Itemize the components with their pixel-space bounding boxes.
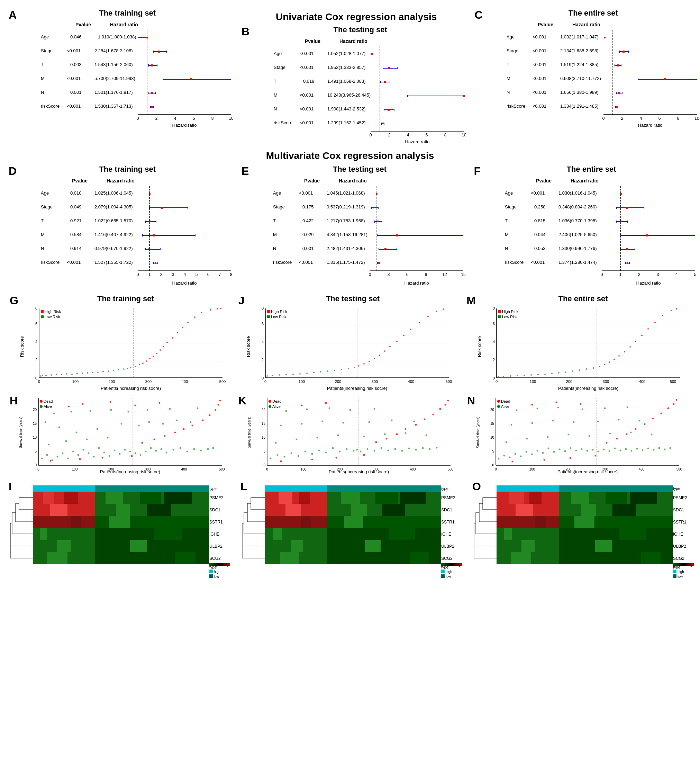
panel-h-survival-plot: Survival time (years) 0 5 10 15 20 Patie…: [18, 395, 232, 477]
svg-point-525: [148, 421, 150, 423]
svg-point-497: [114, 450, 115, 451]
svg-rect-798: [265, 516, 327, 528]
svg-text:20: 20: [33, 408, 37, 412]
svg-rect-845: [441, 574, 445, 578]
svg-text:SCG2: SCG2: [441, 556, 453, 561]
svg-point-357: [210, 309, 211, 311]
svg-point-707: [537, 408, 538, 410]
panel-l: L: [239, 479, 471, 585]
svg-rect-749: [50, 504, 67, 516]
panel-k-label: K: [238, 395, 247, 407]
svg-point-615: [368, 421, 370, 423]
svg-point-557: [40, 400, 43, 403]
svg-point-500: [129, 451, 131, 453]
svg-point-711: [627, 406, 628, 408]
svg-point-457: [641, 335, 643, 336]
svg-rect-880: [641, 552, 661, 564]
panel-m: M The entire set Risk score 0 2 4 6 8: [464, 293, 693, 393]
svg-rect-229: [396, 234, 398, 236]
svg-point-553: [82, 403, 84, 405]
svg-point-528: [190, 421, 192, 423]
svg-rect-801: [327, 528, 441, 540]
svg-text:1.022(0.665-1.570): 1.022(0.665-1.570): [95, 218, 133, 223]
svg-text:0: 0: [602, 116, 605, 121]
svg-rect-747: [43, 491, 53, 504]
svg-text:1.384(1.291-1.485): 1.384(1.291-1.485): [560, 104, 598, 109]
svg-point-669: [553, 451, 555, 453]
svg-text:1.530(1.367-1.713): 1.530(1.367-1.713): [95, 104, 133, 109]
svg-point-389: [306, 373, 308, 374]
svg-point-605: [317, 437, 318, 439]
svg-rect-223: [377, 221, 378, 222]
panel-c-forest-plot: Pvalue Hazard ratio Age <0.001 1.032(1.0…: [482, 19, 700, 130]
svg-rect-163: [161, 207, 163, 209]
svg-point-499: [124, 449, 126, 451]
svg-text:10: 10: [33, 436, 37, 440]
svg-point-438: [523, 374, 525, 376]
svg-text:4.342(1.158-16.281): 4.342(1.158-16.281): [327, 232, 367, 237]
svg-rect-852: [559, 485, 673, 491]
svg-text:0: 0: [137, 272, 139, 277]
svg-rect-362: [41, 315, 43, 318]
svg-text:N: N: [505, 246, 508, 251]
svg-point-410: [443, 309, 444, 310]
svg-text:0: 0: [262, 376, 264, 380]
svg-rect-114: [622, 50, 625, 53]
svg-text:5: 5: [690, 564, 692, 567]
svg-text:0: 0: [369, 272, 371, 277]
svg-text:0.019: 0.019: [303, 79, 315, 84]
svg-text:0.815: 0.815: [534, 218, 546, 223]
svg-point-346: [153, 356, 154, 357]
svg-point-634: [440, 408, 441, 410]
svg-text:15: 15: [262, 422, 266, 426]
svg-rect-756: [164, 491, 192, 504]
svg-text:0.001: 0.001: [302, 246, 314, 251]
svg-text:4: 4: [35, 339, 37, 344]
svg-point-509: [180, 447, 181, 449]
svg-point-409: [436, 311, 437, 312]
svg-text:5.700(2.709-11.993): 5.700(2.709-11.993): [95, 76, 135, 81]
svg-rect-877: [574, 516, 595, 528]
svg-point-691: [505, 441, 507, 443]
panel-c-label: C: [474, 8, 482, 22]
svg-text:-5: -5: [440, 564, 443, 567]
svg-rect-465: [498, 315, 501, 318]
panel-o: O: [471, 479, 700, 585]
svg-text:10: 10: [695, 116, 700, 121]
svg-text:8: 8: [677, 116, 680, 121]
svg-text:0.921: 0.921: [70, 218, 82, 223]
svg-text:12: 12: [443, 272, 447, 277]
svg-text:Dead: Dead: [501, 399, 510, 403]
svg-point-639: [268, 400, 271, 403]
svg-point-583: [312, 453, 313, 455]
panel-e: E The testing set Pvalue Hazard ratio Ag…: [240, 163, 472, 291]
panel-b-forest-plot: Pvalue Hazard ratio Age <0.001 1.052(1.0…: [250, 36, 471, 147]
svg-rect-786: [209, 574, 213, 578]
svg-text:riskScore: riskScore: [507, 104, 525, 109]
svg-text:1.952(1.333-2.857): 1.952(1.333-2.857): [327, 65, 366, 70]
svg-text:high: high: [678, 570, 684, 574]
svg-text:ULBP2: ULBP2: [209, 544, 222, 549]
svg-point-632: [424, 419, 426, 420]
svg-text:Low Risk: Low Risk: [45, 315, 60, 319]
svg-point-715: [595, 455, 597, 457]
svg-point-717: [616, 438, 618, 440]
svg-text:N: N: [507, 90, 510, 95]
svg-rect-851: [497, 485, 559, 491]
svg-text:500: 500: [219, 467, 225, 471]
svg-point-550: [218, 404, 219, 406]
panel-j-title: The testing set: [245, 294, 461, 303]
svg-point-443: [558, 372, 560, 374]
panel-b-label: B: [242, 25, 250, 38]
svg-text:4: 4: [675, 272, 678, 277]
svg-rect-733: [33, 485, 95, 491]
panel-g-risk-plot: Risk score 0 2 4 6 8 0 100: [18, 305, 233, 391]
svg-point-698: [651, 434, 653, 436]
svg-text:6.608(3.710-11.772): 6.608(3.710-11.772): [560, 76, 601, 81]
svg-text:9: 9: [425, 272, 427, 277]
svg-text:SSTR1: SSTR1: [673, 520, 687, 525]
svg-point-709: [582, 408, 583, 410]
svg-text:10: 10: [462, 133, 467, 137]
panel-c-title: The entire set: [482, 8, 700, 18]
svg-text:0: 0: [493, 376, 495, 380]
